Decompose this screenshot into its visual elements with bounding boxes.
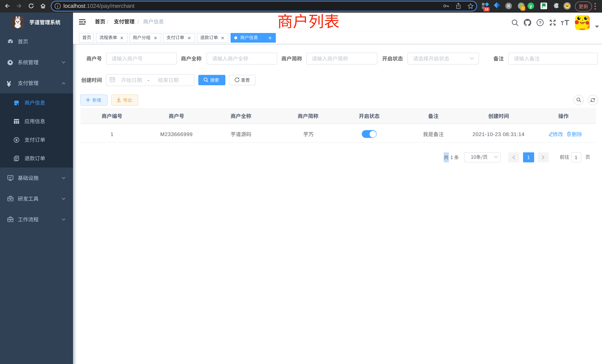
svg-text:y: y	[529, 3, 532, 9]
svg-text:?: ?	[539, 21, 541, 25]
svg-text:⌘: ⌘	[506, 4, 511, 9]
